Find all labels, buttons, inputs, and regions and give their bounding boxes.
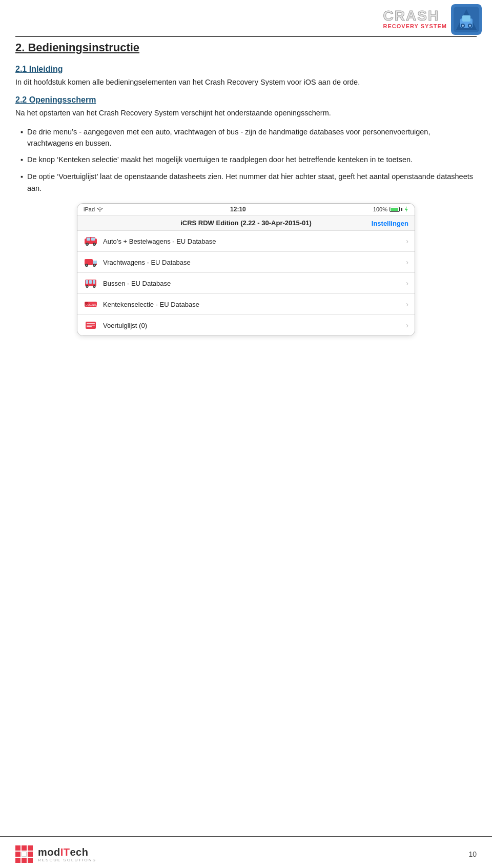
page-number: 10 — [468, 850, 477, 858]
section-21-body: In dit hoofdstuk komen alle bedieningsel… — [15, 77, 477, 88]
settings-button[interactable]: Instellingen — [372, 219, 408, 227]
sq5 — [22, 852, 27, 857]
mod-text: mod — [38, 846, 60, 858]
car-icon — [84, 236, 98, 246]
svg-point-18 — [94, 244, 95, 245]
menu-label-vrachtwagens: Vrachtwagens - EU Database — [103, 259, 406, 266]
bus-svg — [84, 279, 97, 288]
svg-rect-4 — [462, 15, 470, 22]
crash-logo-crash: CRASH — [383, 9, 440, 23]
list-icon — [84, 320, 98, 330]
main-content: 2. Bedieningsinstructie 2.1 Inleiding In… — [0, 0, 492, 361]
menu-item-autos[interactable]: Auto’s + Bestelwagens - EU Database › — [77, 231, 415, 252]
list-svg — [85, 321, 96, 330]
ipad-label: iPad — [84, 206, 95, 212]
crash-logo-icon — [451, 4, 482, 35]
svg-rect-27 — [86, 280, 88, 284]
truck-icon — [84, 257, 98, 267]
battery-percent: 100% — [373, 206, 387, 212]
menu-item-vrachtwagens[interactable]: Vrachtwagens - EU Database › — [77, 252, 415, 273]
status-time: 12:10 — [230, 206, 246, 213]
chevron-icon-3: › — [406, 279, 408, 287]
menu-label-bussen: Bussen - EU Database — [103, 280, 406, 287]
chevron-icon-4: › — [406, 300, 408, 308]
main-title: 2. Bedieningsinstructie — [15, 41, 477, 54]
ipad-title: iCRS RDW Edition (2.22 - 30-Apr-2015-01) — [180, 219, 312, 227]
sq8 — [22, 858, 27, 863]
ech-text: ech — [70, 846, 89, 858]
footer-logo: mod IT ech RESCUE SOLUTIONS — [15, 845, 96, 863]
sq1 — [15, 845, 20, 851]
menu-label-kenteken: Kentekenselectie - EU Database — [103, 301, 406, 308]
charging-icon — [404, 206, 408, 212]
sq9 — [28, 858, 33, 863]
bottom-divider — [0, 836, 492, 837]
page: CRASH Recovery System 2. Bedieningsinstr… — [0, 0, 492, 868]
svg-rect-40 — [87, 325, 95, 326]
logo-area: CRASH Recovery System — [338, 1, 482, 38]
moditech-squares — [15, 845, 33, 863]
svg-point-33 — [94, 286, 95, 287]
crash-logo-recovery: Recovery System — [383, 23, 447, 30]
crash-logo-text: CRASH Recovery System — [383, 9, 447, 30]
svg-rect-13 — [87, 238, 90, 241]
svg-point-9 — [99, 211, 100, 212]
svg-marker-10 — [405, 206, 408, 212]
bullet-item-1: De drie menu’s - aangegeven met een auto… — [20, 126, 477, 149]
key-svg: EU KENTEKEN — [84, 300, 97, 309]
svg-point-7 — [462, 25, 464, 27]
svg-rect-14 — [91, 238, 95, 241]
chevron-icon-2: › — [406, 258, 408, 266]
truck-svg — [84, 258, 97, 267]
bullet-item-3: De optie ‘Voertuiglijst’ laat de opensta… — [20, 171, 477, 194]
menu-label-voertuiglijst: Voertuiglijst (0) — [103, 322, 406, 329]
bus-icon — [84, 278, 98, 288]
status-left: iPad — [84, 206, 103, 212]
sq6 — [28, 852, 33, 857]
svg-point-23 — [86, 265, 88, 266]
moditech-text: mod IT ech RESCUE SOLUTIONS — [38, 846, 96, 862]
moditech-logo: mod IT ech RESCUE SOLUTIONS — [15, 845, 96, 863]
svg-rect-39 — [87, 323, 95, 324]
sq3 — [28, 845, 33, 851]
ipad-title-bar: iCRS RDW Edition (2.22 - 30-Apr-2015-01)… — [77, 215, 415, 231]
svg-rect-41 — [87, 326, 92, 327]
menu-label-autos: Auto’s + Bestelwagens - EU Database — [103, 238, 406, 245]
menu-item-bussen[interactable]: Bussen - EU Database › — [77, 273, 415, 294]
car-svg — [84, 236, 97, 246]
chevron-icon-5: › — [406, 321, 408, 329]
moditech-name-row: mod IT ech — [38, 846, 96, 858]
svg-point-8 — [469, 25, 471, 27]
ipad-menu-list: Auto’s + Bestelwagens - EU Database › — [77, 231, 415, 336]
svg-point-25 — [94, 265, 95, 266]
it-text: IT — [60, 846, 70, 858]
svg-text:KENTEKEN: KENTEKEN — [89, 304, 97, 306]
bullet-item-2: De knop ‘Kenteken selectie’ maakt het mo… — [20, 154, 477, 166]
menu-item-voertuiglijst[interactable]: Voertuiglijst (0) › — [77, 315, 415, 336]
section-22-body: Na het opstarten van het Crash Recovery … — [15, 108, 477, 119]
bullet-list: De drie menu’s - aangegeven met een auto… — [20, 126, 477, 194]
sq4 — [15, 852, 20, 857]
menu-item-kenteken[interactable]: EU KENTEKEN Kentekenselectie - EU Databa… — [77, 294, 415, 315]
svg-rect-29 — [93, 280, 95, 284]
section-21-title: 2.1 Inleiding — [15, 65, 477, 74]
ipad-status-bar: iPad 12:10 100% — [77, 204, 415, 215]
svg-rect-28 — [89, 280, 92, 284]
wifi-icon — [97, 207, 103, 212]
battery-icon — [389, 207, 402, 212]
svg-point-16 — [87, 244, 88, 245]
footer: mod IT ech RESCUE SOLUTIONS 10 — [0, 845, 492, 863]
section-22-title: 2.2 Openingsscherm — [15, 95, 477, 105]
svg-rect-21 — [93, 261, 97, 264]
status-right: 100% — [373, 206, 408, 212]
key-icon: EU KENTEKEN — [84, 299, 98, 309]
svg-point-31 — [87, 286, 88, 287]
sq2 — [22, 845, 27, 851]
chevron-icon-1: › — [406, 237, 408, 245]
sq7 — [15, 858, 20, 863]
rescue-text: RESCUE SOLUTIONS — [38, 858, 96, 862]
ipad-mockup: iPad 12:10 100% — [77, 203, 415, 336]
